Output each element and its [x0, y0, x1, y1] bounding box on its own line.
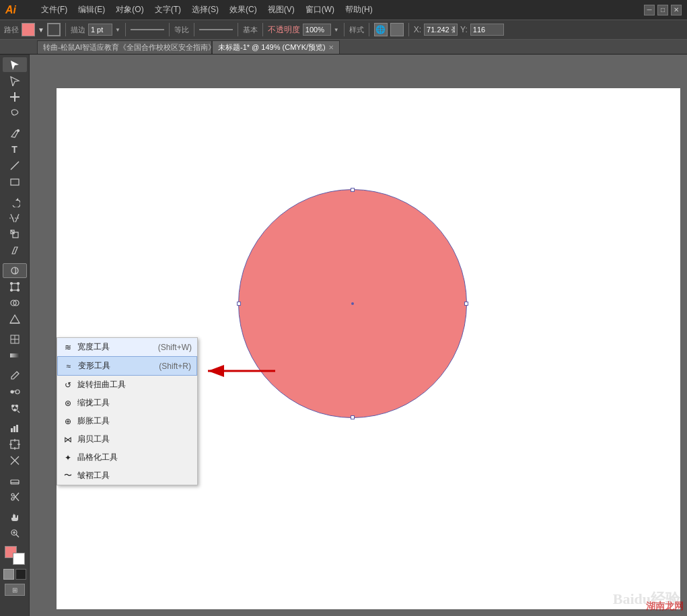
lasso-tool[interactable] — [3, 106, 27, 121]
opacity-input[interactable] — [303, 24, 331, 36]
menu-edit[interactable]: 编辑(E) — [74, 3, 109, 17]
crystallize-icon: ✦ — [63, 452, 73, 463]
menu-select[interactable]: 选择(S) — [188, 3, 223, 17]
direct-selection-tool[interactable] — [3, 73, 27, 88]
background-color[interactable] — [13, 553, 25, 565]
svg-point-17 — [17, 289, 19, 292]
scale-tool[interactable] — [3, 227, 27, 242]
opacity-dropdown[interactable]: ▼ — [334, 27, 339, 33]
stroke-line-preview — [131, 29, 164, 30]
divider-6 — [262, 23, 263, 36]
svg-point-16 — [10, 289, 12, 292]
ctx-warp[interactable]: ≈ 变形工具 (Shift+R) — [57, 356, 197, 376]
window-controls: ─ □ ✕ — [644, 5, 682, 15]
ctx-scallop[interactable]: ⋈ 扇贝工具 — [57, 430, 197, 448]
symbol-tool[interactable] — [3, 401, 27, 415]
ctx-pucker-label: 缩拢工具 — [77, 397, 192, 409]
warp-tool[interactable] — [3, 263, 27, 278]
magic-wand-tool[interactable] — [3, 90, 27, 104]
menu-view[interactable]: 视图(V) — [264, 3, 299, 17]
title-bar: Ai 文件(F) 编辑(E) 对象(O) 文字(T) 选择(S) 效果(C) 视… — [0, 0, 687, 20]
handle-left[interactable] — [237, 302, 241, 306]
handle-top[interactable] — [351, 188, 355, 192]
hand-tool[interactable] — [3, 510, 27, 524]
fill-color-box[interactable] — [22, 23, 35, 36]
fill-stroke-toggle: ▼ — [38, 26, 44, 34]
svg-line-6 — [11, 162, 19, 170]
screen-mode-btn[interactable]: ⊞ — [5, 584, 25, 596]
x-input[interactable] — [424, 24, 458, 36]
context-menu: ≋ 宽度工具 (Shift+W) ≈ 变形工具 (Shift+R) ↺ 旋转扭曲… — [57, 337, 198, 485]
pen-tool[interactable] — [3, 126, 27, 141]
ctx-wrinkle-label: 皱褶工具 — [77, 470, 192, 481]
rotate-tool[interactable] — [3, 195, 27, 209]
svg-point-30 — [15, 405, 17, 407]
ctx-twirl-label: 旋转扭曲工具 — [77, 379, 192, 390]
twirl-icon: ↺ — [63, 380, 73, 390]
rectangle-tool[interactable] — [3, 174, 27, 189]
eraser-tool[interactable] — [3, 473, 27, 488]
reflect-tool[interactable] — [3, 211, 27, 226]
ctx-warp-width[interactable]: ≋ 宽度工具 (Shift+W) — [57, 338, 197, 356]
menu-effect[interactable]: 效果(C) — [225, 3, 261, 17]
line-tool[interactable] — [3, 158, 27, 173]
shear-tool[interactable] — [3, 243, 27, 258]
minimize-button[interactable]: ─ — [644, 5, 655, 15]
ctx-pucker[interactable]: ⊛ 缩拢工具 — [57, 394, 197, 412]
slice-tool[interactable] — [3, 453, 27, 468]
mask-view[interactable] — [15, 569, 26, 580]
tab-1-close[interactable]: ✕ — [328, 44, 334, 51]
warp-icon: ≈ — [63, 361, 74, 372]
tab-bar: 转曲-松鼠AI智适应教育《全国合作校校区安全指南》.ai* @ 400% (CM… — [0, 40, 687, 55]
svg-line-28 — [17, 411, 20, 413]
stroke-dropdown-arrow[interactable]: ▼ — [115, 27, 120, 33]
tab-1-label: 未标题-1* @ 149% (CMYK/预览) — [218, 42, 326, 53]
globe-icon[interactable]: 🌐 — [374, 23, 388, 36]
free-transform-tool[interactable] — [3, 279, 27, 294]
blend-tool[interactable] — [3, 384, 27, 399]
shape-builder-tool[interactable] — [3, 296, 27, 310]
ctx-crystallize[interactable]: ✦ 晶格化工具 — [57, 448, 197, 467]
svg-rect-24 — [10, 353, 20, 357]
menu-text[interactable]: 文字(T) — [151, 3, 185, 17]
svg-point-14 — [10, 283, 12, 285]
ctx-wrinkle[interactable]: 〜 皱褶工具 — [57, 467, 197, 485]
menu-help[interactable]: 帮助(H) — [341, 3, 377, 17]
artboard-tool[interactable] — [3, 437, 27, 452]
normal-view[interactable] — [3, 569, 14, 580]
ctx-crystallize-label: 晶格化工具 — [77, 452, 192, 463]
chart-tool[interactable] — [3, 421, 27, 436]
menu-file[interactable]: 文件(F) — [37, 3, 71, 17]
ctx-warp-shortcut: (Shift+R) — [159, 362, 191, 371]
perspective-tool[interactable] — [3, 312, 27, 327]
eyedropper-tool[interactable] — [3, 368, 27, 383]
canvas-area[interactable]: ≋ 宽度工具 (Shift+W) ≈ 变形工具 (Shift+R) ↺ 旋转扭曲… — [30, 55, 687, 616]
ctx-bloat[interactable]: ⊕ 膨胀工具 — [57, 412, 197, 430]
mesh-tool[interactable] — [3, 332, 27, 347]
handle-right[interactable] — [464, 302, 468, 306]
selection-tool[interactable] — [3, 57, 27, 72]
menu-object[interactable]: 对象(O) — [112, 3, 147, 17]
type-tool[interactable]: T — [3, 142, 27, 157]
scissors-tool[interactable] — [3, 489, 27, 504]
ctx-warp-width-shortcut: (Shift+W) — [158, 343, 192, 352]
tab-1[interactable]: 未标题-1* @ 149% (CMYK/预览) ✕ — [212, 40, 340, 54]
handle-bottom[interactable] — [351, 415, 355, 419]
divider-2 — [125, 23, 126, 36]
maximize-button[interactable]: □ — [657, 5, 668, 15]
gradient-tool[interactable] — [3, 348, 27, 363]
color-pair[interactable] — [5, 546, 25, 565]
grid-icon[interactable] — [390, 23, 404, 36]
y-input[interactable] — [470, 24, 504, 36]
svg-rect-34 — [16, 425, 18, 432]
close-button[interactable]: ✕ — [671, 5, 682, 15]
ctx-twirl[interactable]: ↺ 旋转扭曲工具 — [57, 376, 197, 394]
stroke-color-box[interactable] — [47, 23, 61, 36]
stroke-width-input[interactable] — [88, 24, 112, 36]
svg-line-47 — [16, 535, 19, 537]
svg-rect-33 — [13, 426, 15, 432]
menu-window[interactable]: 窗口(W) — [301, 3, 338, 17]
tab-0[interactable]: 转曲-松鼠AI智适应教育《全国合作校校区安全指南》.ai* @ 400% (CM… — [37, 40, 212, 54]
svg-point-43 — [11, 498, 14, 500]
zoom-tool[interactable] — [3, 526, 27, 541]
